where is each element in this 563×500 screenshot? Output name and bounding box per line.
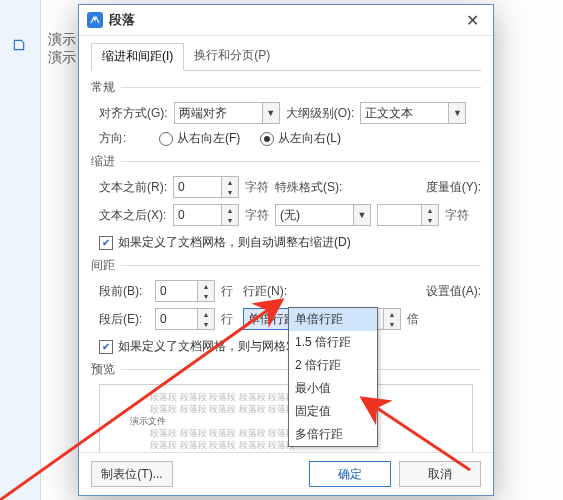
unit-line-1: 行 bbox=[221, 283, 233, 300]
indent-after-spin[interactable]: 0 ▲▼ bbox=[173, 204, 239, 226]
ok-button[interactable]: 确定 bbox=[309, 461, 391, 487]
linespacing-label: 行距(N): bbox=[243, 283, 287, 300]
unit-char-3: 字符 bbox=[445, 207, 469, 224]
checkbox-icon: ✔ bbox=[99, 340, 113, 354]
unit-char-2: 字符 bbox=[245, 207, 269, 224]
special-format-value: (无) bbox=[280, 207, 300, 224]
cancel-button[interactable]: 取消 bbox=[399, 461, 481, 487]
dialog-footer: 制表位(T)... 确定 取消 bbox=[79, 452, 493, 495]
linespacing-dropdown: 单倍行距 1.5 倍行距 2 倍行距 最小值 固定值 多倍行距 bbox=[288, 307, 378, 447]
bg-line-1: 演示 bbox=[48, 30, 76, 48]
spacing-after-value: 0 bbox=[160, 312, 167, 326]
direction-ltr-radio[interactable]: 从左向右(L) bbox=[260, 130, 341, 147]
auto-adjust-indent-check[interactable]: ✔ 如果定义了文档网格，则自动调整右缩进(D) bbox=[99, 234, 351, 251]
bg-doc-text: 演示 演示 bbox=[48, 30, 76, 66]
auto-adjust-indent-label: 如果定义了文档网格，则自动调整右缩进(D) bbox=[118, 234, 351, 251]
titlebar: 段落 ✕ bbox=[79, 5, 493, 36]
app-logo-icon bbox=[87, 12, 103, 28]
snap-to-grid-label: 如果定义了文档网格，则与网格对齐 bbox=[118, 338, 310, 355]
measure-spin[interactable]: ▲▼ bbox=[377, 204, 439, 226]
direction-ltr-label: 从左向右(L) bbox=[278, 130, 341, 147]
vertical-toolbar bbox=[0, 0, 41, 500]
radio-icon bbox=[159, 132, 173, 146]
dropdown-item-min[interactable]: 最小值 bbox=[289, 377, 377, 400]
section-general-title: 常规 bbox=[91, 79, 115, 96]
spacing-before-value: 0 bbox=[160, 284, 167, 298]
measure-label: 度量值(Y): bbox=[426, 179, 481, 196]
checkbox-icon: ✔ bbox=[99, 236, 113, 250]
section-general: 常规 bbox=[91, 79, 481, 96]
alignment-label: 对齐方式(G): bbox=[99, 105, 168, 122]
radio-icon bbox=[260, 132, 274, 146]
spinner-icon: ▲▼ bbox=[197, 281, 214, 301]
setvalue-unit: 倍 bbox=[407, 311, 419, 328]
dialog-title: 段落 bbox=[109, 11, 457, 29]
spinner-icon: ▲▼ bbox=[221, 205, 238, 225]
tab-line-page-break[interactable]: 换行和分页(P) bbox=[184, 43, 280, 71]
close-button[interactable]: ✕ bbox=[457, 8, 487, 32]
direction-label: 方向: bbox=[99, 130, 153, 147]
special-format-label: 特殊格式(S): bbox=[275, 179, 342, 196]
chevron-down-icon: ▼ bbox=[353, 205, 370, 225]
tabs: 缩进和间距(I) 换行和分页(P) bbox=[91, 42, 481, 71]
section-spacing: 间距 bbox=[91, 257, 481, 274]
special-format-combo[interactable]: (无) ▼ bbox=[275, 204, 371, 226]
section-spacing-title: 间距 bbox=[91, 257, 115, 274]
indent-after-label: 文本之后(X): bbox=[99, 207, 167, 224]
direction-rtl-label: 从右向左(F) bbox=[177, 130, 240, 147]
spinner-icon: ▲▼ bbox=[421, 205, 438, 225]
tabstops-button[interactable]: 制表位(T)... bbox=[91, 461, 173, 487]
section-preview: 预览 bbox=[91, 361, 481, 378]
indent-before-label: 文本之前(R): bbox=[99, 179, 167, 196]
indent-before-spin[interactable]: 0 ▲▼ bbox=[173, 176, 239, 198]
outline-value: 正文文本 bbox=[365, 105, 413, 122]
dropdown-item-1-5[interactable]: 1.5 倍行距 bbox=[289, 331, 377, 354]
unit-char-1: 字符 bbox=[245, 179, 269, 196]
dropdown-item-single[interactable]: 单倍行距 bbox=[289, 308, 377, 331]
spinner-icon: ▲▼ bbox=[383, 309, 400, 329]
unit-line-2: 行 bbox=[221, 311, 233, 328]
tab-indent-spacing[interactable]: 缩进和间距(I) bbox=[91, 43, 184, 71]
alignment-value: 两端对齐 bbox=[179, 105, 227, 122]
section-indent: 缩进 bbox=[91, 153, 481, 170]
spinner-icon: ▲▼ bbox=[221, 177, 238, 197]
chevron-down-icon: ▼ bbox=[262, 103, 279, 123]
spacing-before-label: 段前(B): bbox=[99, 283, 149, 300]
section-indent-title: 缩进 bbox=[91, 153, 115, 170]
snap-to-grid-check[interactable]: ✔ 如果定义了文档网格，则与网格对齐 bbox=[99, 338, 310, 355]
spacing-after-spin[interactable]: 0 ▲▼ bbox=[155, 308, 215, 330]
spacing-after-label: 段后(E): bbox=[99, 311, 149, 328]
paragraph-dialog: 段落 ✕ 缩进和间距(I) 换行和分页(P) 常规 对齐方式(G): 两端对齐 … bbox=[78, 4, 494, 496]
indent-before-value: 0 bbox=[178, 180, 185, 194]
spacing-before-spin[interactable]: 0 ▲▼ bbox=[155, 280, 215, 302]
direction-rtl-radio[interactable]: 从右向左(F) bbox=[159, 130, 240, 147]
setvalue-label: 设置值(A): bbox=[426, 283, 481, 300]
dropdown-item-fixed[interactable]: 固定值 bbox=[289, 400, 377, 423]
outline-label: 大纲级别(O): bbox=[286, 105, 355, 122]
section-preview-title: 预览 bbox=[91, 361, 115, 378]
dropdown-item-double[interactable]: 2 倍行距 bbox=[289, 354, 377, 377]
bg-line-2: 演示 bbox=[48, 48, 76, 66]
indent-after-value: 0 bbox=[178, 208, 185, 222]
dropdown-item-multi[interactable]: 多倍行距 bbox=[289, 423, 377, 446]
alignment-combo[interactable]: 两端对齐 ▼ bbox=[174, 102, 280, 124]
outline-combo[interactable]: 正文文本 ▼ bbox=[360, 102, 466, 124]
doc-icon bbox=[12, 38, 26, 52]
spinner-icon: ▲▼ bbox=[197, 309, 214, 329]
chevron-down-icon: ▼ bbox=[448, 103, 465, 123]
